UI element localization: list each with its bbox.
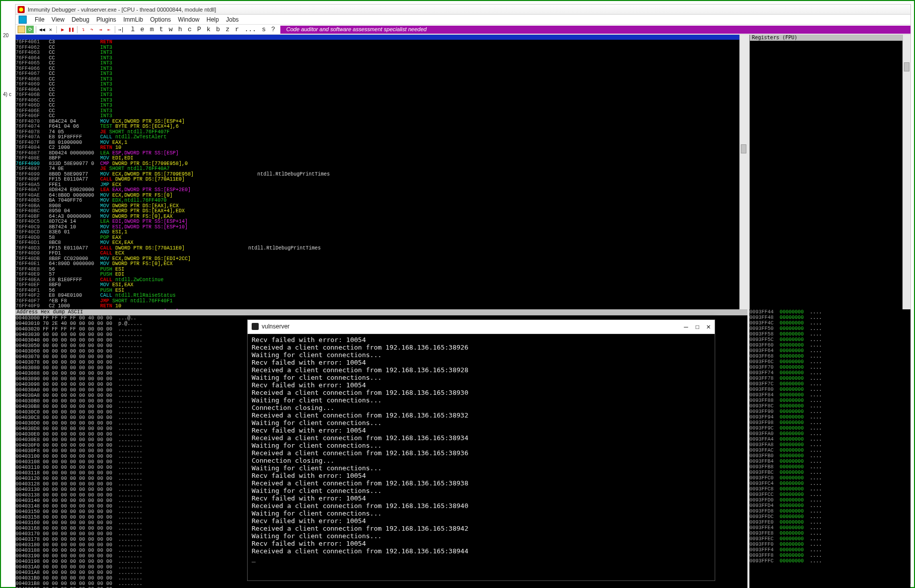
stack-row[interactable]: 0093FFD0 00000000 .... (749, 497, 910, 503)
stack-row[interactable]: 0093FFF0 00000000 .... (749, 542, 910, 547)
dump-row[interactable]: 004031C0 00 00 00 00 00 00 00 00 .......… (16, 586, 747, 589)
stack-row[interactable]: 0093FFE4 00000000 .... (749, 525, 910, 531)
stack-row[interactable]: 0093FF60 00000000 .... (749, 343, 910, 348)
disasm-row[interactable]: 76FF4063 CC INT3 (16, 50, 747, 56)
menu-window[interactable]: Window (178, 16, 200, 23)
toolbar-letter-m[interactable]: m (150, 26, 154, 33)
disasm-row[interactable]: 76FF4067 CC INT3 (16, 71, 747, 77)
disasm-row[interactable]: 76FF40F7 ^EB F8 JMP SHORT ntdll.76FF40F1 (16, 299, 747, 304)
disasm-row[interactable]: 76FF4062 CC INT3 (16, 45, 747, 51)
stack-row[interactable]: 0093FF78 00000000 .... (749, 376, 910, 381)
stack-row[interactable]: 0093FFF4 00000000 .... (749, 547, 910, 553)
toolbar-letter-P[interactable]: P (197, 26, 201, 33)
toolbar-letter-w[interactable]: w (169, 26, 173, 33)
disasm-row[interactable]: 76FF4061 C3 RETN (16, 40, 747, 45)
menu-help[interactable]: Help (206, 16, 219, 23)
console-titlebar[interactable]: vulnserver — ☐ ✕ (248, 320, 715, 334)
disassembly-pane[interactable]: 76FF4061 C3 RETN76FF4062 CC INT376FF4063… (16, 35, 749, 309)
toolbar-letter-h[interactable]: h (178, 26, 182, 33)
menu-plugins[interactable]: Plugins (97, 16, 116, 23)
stack-row[interactable]: 0093FFAC 00000000 .... (749, 448, 910, 453)
disasm-row[interactable]: 76FF406D CC INT3 (16, 103, 747, 109)
goto-button[interactable]: →| (117, 26, 125, 33)
pause-button[interactable]: ❚❚ (67, 26, 75, 33)
disasm-row[interactable]: 76FF406C CC INT3 (16, 98, 747, 104)
stack-row[interactable]: 0093FF48 00000000 .... (749, 315, 910, 320)
disasm-row[interactable]: 76FF4065 CC INT3 (16, 61, 747, 66)
stack-row[interactable]: 0093FF94 00000000 .... (749, 414, 910, 420)
stack-row[interactable]: 0093FF8C 00000000 .... (749, 403, 910, 409)
disasm-row[interactable]: 76FF40E8 56 PUSH ESI (16, 267, 747, 273)
stack-row[interactable]: 0093FF70 00000000 .... (749, 365, 910, 370)
stack-row[interactable]: 0093FF80 00000000 .... (749, 387, 910, 392)
stack-row[interactable]: 0093FF88 00000000 .... (749, 398, 910, 403)
stack-row[interactable]: 0093FFB0 00000000 .... (749, 453, 910, 459)
toolbar-letter-b[interactable]: b (216, 26, 220, 33)
menu-jobs[interactable]: Jobs (226, 16, 239, 23)
stack-row[interactable]: 0093FFB4 00000000 .... (749, 459, 910, 464)
open-button[interactable] (18, 26, 25, 33)
run-button[interactable]: ▶ (59, 26, 66, 33)
rewind-button[interactable]: ◀◀ (38, 26, 46, 33)
stack-row[interactable]: 0093FF4C 00000000 .... (749, 320, 910, 326)
stack-row[interactable]: 0093FF98 00000000 .... (749, 420, 910, 426)
disasm-row[interactable]: 76FF406B CC INT3 (16, 93, 747, 98)
stack-row[interactable]: 0093FF68 00000000 .... (749, 354, 910, 359)
titlebar[interactable]: Immunity Debugger - vulnserver.exe - [CP… (16, 5, 910, 15)
menu-file[interactable]: File (35, 16, 44, 23)
close-button[interactable]: ✕ (707, 322, 711, 330)
stack-row[interactable]: 0093FFCC 00000000 .... (749, 492, 910, 497)
stack-row[interactable]: 0093FFC0 00000000 .... (749, 475, 910, 481)
maximize-button[interactable]: ☐ (695, 322, 699, 330)
menu-options[interactable]: Options (150, 16, 171, 23)
toolbar-letter-l[interactable]: l (131, 26, 135, 33)
stack-row[interactable]: 0093FFF8 00000000 .... (749, 553, 910, 558)
stack-row[interactable]: 0093FF74 00000000 .... (749, 370, 910, 376)
toolbar-letter-z[interactable]: z (225, 26, 230, 33)
stack-pane[interactable]: 0093FF44 00000000 ....0093FF48 00000000 … (749, 309, 910, 589)
disasm-row[interactable]: 76FF4068 CC INT3 (16, 77, 747, 82)
stack-row[interactable]: 0093FFA4 00000000 .... (749, 437, 910, 442)
stack-row[interactable]: 0093FFC8 00000000 .... (749, 486, 910, 492)
disasm-row[interactable]: 76FF40CD 83E6 01 AND ESI,1 (16, 230, 747, 235)
stack-row[interactable]: 0093FFDC 00000000 .... (749, 514, 910, 520)
stack-row[interactable]: 0093FF6C 00000000 .... (749, 359, 910, 365)
stack-row[interactable]: 0093FFA8 00000000 .... (749, 442, 910, 448)
stack-row[interactable]: 0093FFEC 00000000 .... (749, 536, 910, 542)
disasm-row[interactable]: 76FF406A CC INT3 (16, 88, 747, 93)
toolbar-letter-t[interactable]: t (159, 26, 163, 33)
reload-button[interactable]: ⟳ (26, 26, 34, 33)
toolbar-letter-c[interactable]: c (188, 26, 192, 33)
toolbar-letter-...[interactable]: ... (245, 26, 256, 33)
stack-row[interactable]: 0093FF84 00000000 .... (749, 392, 910, 398)
step-over-button[interactable]: ↷ (88, 26, 96, 33)
toolbar-letter-s[interactable]: s (262, 26, 266, 33)
stack-row[interactable]: 0093FF90 00000000 .... (749, 409, 910, 414)
step-into-button[interactable]: ↴ (80, 26, 87, 33)
stack-row[interactable]: 0093FFA0 00000000 .... (749, 431, 910, 437)
disasm-row[interactable]: 76FF40E1 64:890D 0000000 MOV DWORD PTR F… (16, 262, 747, 267)
disasm-row[interactable]: 76FF407F B8 01000000 MOV EAX,1 (16, 140, 747, 146)
registers-pane[interactable]: Registers (FPU) (749, 35, 910, 309)
menu-immlib[interactable]: ImmLib (123, 16, 143, 23)
menu-view[interactable]: View (51, 16, 64, 23)
stack-row[interactable]: 0093FFBC 00000000 .... (749, 470, 910, 475)
stack-row[interactable]: 0093FF58 00000000 .... (749, 331, 910, 337)
scrollbar[interactable] (902, 35, 910, 309)
stack-row[interactable]: 0093FF64 00000000 .... (749, 348, 910, 354)
system-menu-icon[interactable] (19, 16, 27, 24)
dump-row[interactable]: 004031B8 00 00 00 00 00 00 00 00 .......… (16, 581, 747, 586)
stack-row[interactable]: 0093FF7C 00000000 .... (749, 381, 910, 387)
stack-row[interactable]: 0093FFD4 00000000 .... (749, 503, 910, 509)
disasm-row[interactable]: 76FF409F FF15 E0110A77 CALL DWORD PTR DS… (16, 177, 747, 183)
trace-over-button[interactable]: ⇤ (105, 26, 113, 33)
disasm-row[interactable]: 76FF4064 CC INT3 (16, 56, 747, 61)
stack-row[interactable]: 0093FFC4 00000000 .... (749, 481, 910, 486)
stack-row[interactable]: 0093FFFC 00000000 .... (749, 558, 910, 564)
stack-row[interactable]: 0093FF50 00000000 .... (749, 326, 910, 331)
stack-row[interactable]: 0093FF9C 00000000 .... (749, 426, 910, 431)
disasm-row[interactable]: 76FF4069 CC INT3 (16, 82, 747, 88)
minimize-button[interactable]: — (684, 322, 688, 330)
stack-row[interactable]: 0093FFE8 00000000 .... (749, 531, 910, 536)
toolbar-letter-r[interactable]: r (235, 26, 239, 33)
